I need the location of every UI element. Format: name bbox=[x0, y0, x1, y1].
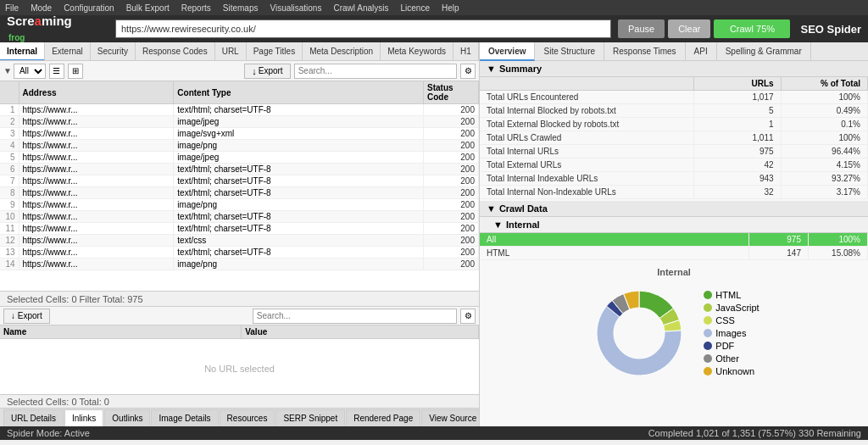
filter-tab-external[interactable]: External bbox=[45, 42, 91, 61]
filter-tab-meta-description[interactable]: Meta Description bbox=[303, 42, 381, 61]
summary-row: Total Internal Non-Indexable URLs 32 3.1… bbox=[480, 186, 868, 199]
crawl-data-section-header[interactable]: ▼ Crawl Data bbox=[480, 201, 868, 217]
table-row[interactable]: 10 https://www.r... text/html; charset=U… bbox=[0, 211, 479, 223]
url-bar[interactable]: https://www.rewiresecurity.co.uk/ bbox=[115, 19, 611, 38]
bottom-status-bar: Selected Cells: 0 Total: 0 bbox=[0, 394, 479, 408]
table-row[interactable]: 13 https://www.r... text/html; charset=U… bbox=[0, 247, 479, 259]
bottom-tab-resources[interactable]: Resources bbox=[220, 409, 275, 426]
summary-row: Total External URLs 42 4.15% bbox=[480, 159, 868, 172]
table-row[interactable]: 1 https://www.r... text/html; charset=UT… bbox=[0, 104, 479, 116]
summary-collapse-icon: ▼ bbox=[487, 64, 496, 74]
table-row[interactable]: 9 https://www.r... image/png 200 bbox=[0, 199, 479, 211]
row-status: 200 bbox=[424, 104, 479, 116]
legend-color-unknown bbox=[704, 367, 712, 375]
crawl-row[interactable]: All 975 100% bbox=[480, 233, 868, 247]
menu-bar: FileModeConfigurationBulk ExportReportsS… bbox=[0, 0, 868, 15]
filter-tab-url[interactable]: URL bbox=[215, 42, 247, 61]
crawl-button[interactable]: Crawl 75% bbox=[714, 19, 790, 38]
table-row[interactable]: 7 https://www.r... text/html; charset=UT… bbox=[0, 175, 479, 187]
legend-color-other bbox=[704, 354, 712, 363]
right-tab-api[interactable]: API bbox=[686, 42, 717, 61]
right-tab-spelling-&-grammar[interactable]: Spelling & Grammar bbox=[717, 42, 811, 61]
bottom-export-button[interactable]: ↓ Export bbox=[3, 309, 50, 324]
filter-tab-h1[interactable]: H1 bbox=[453, 42, 479, 61]
crawl-pct: 15.08% bbox=[809, 247, 868, 260]
row-status: 200 bbox=[424, 152, 479, 164]
col-content-type: Content Type bbox=[174, 81, 424, 104]
row-status: 200 bbox=[424, 164, 479, 175]
summary-col-urls: URLs bbox=[694, 77, 781, 91]
bottom-tab-outlinks[interactable]: Outlinks bbox=[104, 409, 150, 426]
row-content-type: text/html; charset=UTF-8 bbox=[174, 164, 424, 175]
menu-item-reports[interactable]: Reports bbox=[181, 3, 211, 13]
table-row[interactable]: 12 https://www.r... text/css 200 bbox=[0, 235, 479, 247]
table-row[interactable]: 2 https://www.r... image/jpeg 200 bbox=[0, 116, 479, 128]
crawl-label: All bbox=[480, 233, 749, 247]
menu-item-configuration[interactable]: Configuration bbox=[64, 3, 114, 13]
row-status: 200 bbox=[424, 128, 479, 140]
summary-section-header[interactable]: ▼ Summary bbox=[480, 61, 868, 77]
filter-tab-internal[interactable]: Internal bbox=[0, 42, 45, 61]
bottom-tab-image-details[interactable]: Image Details bbox=[151, 409, 218, 426]
table-row[interactable]: 6 https://www.r... text/html; charset=UT… bbox=[0, 164, 479, 175]
table-row[interactable]: 11 https://www.r... text/html; charset=U… bbox=[0, 223, 479, 235]
menu-item-sitemaps[interactable]: Sitemaps bbox=[223, 3, 259, 13]
crawl-row[interactable]: HTML 147 15.08% bbox=[480, 247, 868, 260]
grid-view-button[interactable]: ⊞ bbox=[68, 64, 83, 79]
chart-area: Internal HTML JavaScript CSS Images PDF … bbox=[480, 260, 868, 391]
menu-item-help[interactable]: Help bbox=[442, 3, 459, 13]
filter-tab-page-titles[interactable]: Page Titles bbox=[247, 42, 303, 61]
table-row[interactable]: 8 https://www.r... text/html; charset=UT… bbox=[0, 187, 479, 199]
menu-item-crawl analysis[interactable]: Crawl Analysis bbox=[333, 3, 388, 13]
filter-tab-response-codes[interactable]: Response Codes bbox=[136, 42, 215, 61]
export-icon: ↓ bbox=[252, 66, 257, 76]
filter-options-button[interactable]: ⚙ bbox=[460, 64, 476, 79]
main-content: InternalExternalSecurityResponse CodesUR… bbox=[0, 42, 868, 426]
row-address: https://www.r... bbox=[19, 175, 174, 187]
bottom-tab-serp-snippet[interactable]: SERP Snippet bbox=[275, 409, 345, 426]
list-view-button[interactable]: ☰ bbox=[49, 64, 64, 79]
filter-tab-meta-keywords[interactable]: Meta Keywords bbox=[381, 42, 453, 61]
right-content: ▼ Summary URLs % of Total Total URLs Enc… bbox=[480, 61, 868, 426]
table-row[interactable]: 5 https://www.r... image/jpeg 200 bbox=[0, 152, 479, 164]
summary-label: Total Internal URLs bbox=[480, 145, 694, 159]
pause-button[interactable]: Pause bbox=[618, 19, 665, 38]
row-status: 200 bbox=[424, 199, 479, 211]
table-row[interactable]: 4 https://www.r... image/png 200 bbox=[0, 140, 479, 152]
menu-item-mode[interactable]: Mode bbox=[31, 3, 52, 13]
right-tab-response-times[interactable]: Response Times bbox=[604, 42, 685, 61]
menu-item-file[interactable]: File bbox=[5, 3, 19, 13]
search-input[interactable] bbox=[294, 64, 457, 79]
bottom-tabs-bar: URL DetailsInlinksOutlinksImage DetailsR… bbox=[0, 408, 479, 426]
legend-color-images bbox=[704, 329, 712, 337]
chart-title: Internal bbox=[657, 267, 691, 277]
internal-section-header[interactable]: ▼ Internal bbox=[480, 217, 868, 233]
bottom-tab-url-details[interactable]: URL Details bbox=[3, 409, 64, 426]
menu-item-licence[interactable]: Licence bbox=[400, 3, 429, 13]
bottom-tab-inlinks[interactable]: Inlinks bbox=[64, 409, 103, 426]
legend-item-other: Other bbox=[704, 353, 759, 364]
right-tab-overview[interactable]: Overview bbox=[480, 42, 535, 61]
legend-item-unknown: Unknown bbox=[704, 366, 759, 376]
export-button[interactable]: ↓ ↓ Export Export bbox=[244, 64, 290, 79]
left-panel: InternalExternalSecurityResponse CodesUR… bbox=[0, 42, 480, 426]
table-row[interactable]: 14 https://www.r... image/png 200 bbox=[0, 259, 479, 270]
row-content-type: image/png bbox=[174, 259, 424, 270]
summary-pct: 3.17% bbox=[781, 186, 867, 199]
bottom-tab-view-source[interactable]: View Source bbox=[421, 409, 479, 426]
menu-item-bulk export[interactable]: Bulk Export bbox=[126, 3, 170, 13]
bottom-filter-options[interactable]: ⚙ bbox=[460, 309, 476, 324]
bottom-search-input[interactable] bbox=[253, 309, 457, 324]
row-num: 3 bbox=[0, 128, 19, 140]
right-tab-site-structure[interactable]: Site Structure bbox=[535, 42, 604, 61]
summary-urls: 1 bbox=[694, 118, 781, 131]
summary-row: Total URLs Encountered 1,017 100% bbox=[480, 91, 868, 104]
filter-select[interactable]: All bbox=[14, 64, 46, 79]
table-row[interactable]: 3 https://www.r... image/svg+xml 200 bbox=[0, 128, 479, 140]
menu-item-visualisations[interactable]: Visualisations bbox=[270, 3, 321, 13]
legend-item-html: HTML bbox=[704, 290, 759, 300]
clear-button[interactable]: Clear bbox=[668, 19, 710, 38]
bottom-tab-rendered-page[interactable]: Rendered Page bbox=[346, 409, 420, 426]
row-address: https://www.r... bbox=[19, 128, 174, 140]
filter-tab-security[interactable]: Security bbox=[91, 42, 136, 61]
